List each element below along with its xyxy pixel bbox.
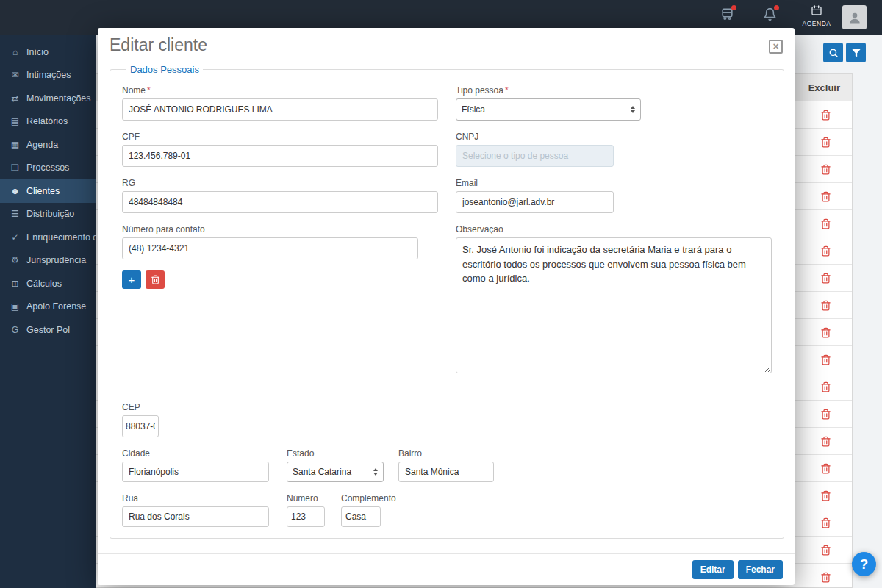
section-title: Dados Pessoais xyxy=(126,64,203,75)
cpf-label: CPF xyxy=(122,132,438,142)
calculator-icon: ⊞ xyxy=(9,279,21,289)
search-icon xyxy=(828,48,839,58)
rua-input[interactable] xyxy=(122,506,269,527)
sidebar-item-label: Relatórios xyxy=(26,116,68,126)
calendar-icon: ▦ xyxy=(9,140,21,150)
email-input[interactable] xyxy=(456,191,614,213)
sidebar-item-label: Apoio Forense xyxy=(26,301,86,312)
sidebar-item-intimacoes[interactable]: ✉Intimações xyxy=(0,64,96,87)
bairro-input[interactable] xyxy=(398,462,494,482)
bell-icon[interactable] xyxy=(763,7,777,21)
agenda-shortcut[interactable]: AGENDA xyxy=(800,4,833,27)
trash-icon[interactable] xyxy=(820,300,831,311)
trash-icon[interactable] xyxy=(820,327,831,338)
edit-button[interactable]: Editar xyxy=(692,560,734,579)
sidebar-item-inicio[interactable]: ⌂Início xyxy=(0,40,96,64)
nome-label: Nome* xyxy=(122,85,438,96)
tipo-pessoa-value: Física xyxy=(462,104,485,115)
filter-icon xyxy=(851,48,861,58)
add-phone-button[interactable]: + xyxy=(122,270,141,289)
sidebar-item-label: Intimações xyxy=(26,70,71,80)
trash-icon[interactable] xyxy=(820,354,831,365)
help-button[interactable]: ? xyxy=(852,552,876,576)
close-icon[interactable]: × xyxy=(769,40,783,54)
personal-data-fieldset: Dados Pessoais Nome* CPF RG xyxy=(110,64,784,539)
right-column: Tipo pessoa* Física CNPJ Email xyxy=(456,85,772,387)
sidebar-item-calculos[interactable]: ⊞Cálculos xyxy=(0,272,96,295)
close-button[interactable]: Fechar xyxy=(738,560,783,579)
trash-icon[interactable] xyxy=(820,381,831,392)
sidebar-item-label: Agenda xyxy=(26,140,58,150)
trash-icon[interactable] xyxy=(820,245,831,257)
sidebar-item-label: Distribuição xyxy=(26,209,74,219)
sidebar-item-apoio-forense[interactable]: ▣Apoio Forense xyxy=(0,295,96,319)
clients-icon: ☻ xyxy=(9,186,21,196)
user-avatar[interactable] xyxy=(842,5,867,29)
sidebar-item-clientes[interactable]: ☻Clientes xyxy=(0,179,96,203)
sidebar-item-label: Gestor Pol xyxy=(26,325,70,335)
sidebar-item-gestor-pol[interactable]: GGestor Pol xyxy=(0,318,96,342)
complemento-label: Complemento xyxy=(341,493,381,503)
trash-icon[interactable] xyxy=(820,137,831,148)
contato-label: Número para contato xyxy=(122,224,438,234)
trash-icon[interactable] xyxy=(820,517,831,528)
numero-input[interactable] xyxy=(287,506,325,527)
trash-icon[interactable] xyxy=(820,191,831,202)
tipo-pessoa-select[interactable]: Física xyxy=(456,98,641,121)
sidebar-item-jurisprudencia[interactable]: ⚙Jurisprudência xyxy=(0,249,96,273)
jurisprudence-icon: ⚙ xyxy=(9,255,21,265)
sidebar-item-processos[interactable]: ❏Processos xyxy=(0,157,96,180)
estado-select[interactable]: Santa Catarina xyxy=(287,462,384,482)
sidebar-item-label: Jurisprudência xyxy=(26,255,86,265)
trash-icon[interactable] xyxy=(820,164,831,175)
estado-label: Estado xyxy=(287,448,384,459)
vehicle-icon[interactable] xyxy=(720,7,734,21)
complemento-input[interactable] xyxy=(341,506,381,527)
trash-icon[interactable] xyxy=(820,572,831,583)
trash-icon[interactable] xyxy=(820,273,831,284)
sidebar-item-enriquecimento[interactable]: ✓Enriquecimento de xyxy=(0,226,96,249)
vehicle-badge xyxy=(731,5,736,10)
cep-input[interactable] xyxy=(122,415,159,437)
sidebar-item-agenda[interactable]: ▦Agenda xyxy=(0,133,96,157)
trash-icon[interactable] xyxy=(820,463,831,474)
cidade-input[interactable] xyxy=(122,462,269,482)
search-button[interactable] xyxy=(823,43,843,62)
sidebar-item-label: Enriquecimento de xyxy=(26,232,96,243)
modal-body: Dados Pessoais Nome* CPF RG xyxy=(98,57,795,553)
cidade-label: Cidade xyxy=(122,448,269,459)
select-arrows-icon xyxy=(373,468,378,476)
remove-phone-button[interactable] xyxy=(146,270,165,289)
sidebar-item-distribuicao[interactable]: ☰Distribuição xyxy=(0,203,96,226)
contato-input[interactable] xyxy=(122,237,418,259)
trash-icon xyxy=(151,275,160,284)
trash-icon[interactable] xyxy=(820,490,831,501)
sidebar-item-movimentacoes[interactable]: ⇄Movimentações xyxy=(0,87,96,110)
observacao-textarea[interactable]: Sr. José Antonio foi indicação da secret… xyxy=(456,237,772,373)
megaphone-icon: ✉ xyxy=(9,70,21,80)
rg-input[interactable] xyxy=(122,191,438,213)
cpf-input[interactable] xyxy=(122,145,438,167)
cep-label: CEP xyxy=(122,402,159,412)
trash-icon[interactable] xyxy=(820,436,831,447)
agenda-calendar-icon xyxy=(811,6,822,18)
agenda-label: AGENDA xyxy=(800,20,833,27)
trash-icon[interactable] xyxy=(820,545,831,556)
trash-icon[interactable] xyxy=(820,409,831,420)
sidebar-item-relatorios[interactable]: ▤Relatórios xyxy=(0,110,96,134)
toolbar xyxy=(823,43,866,62)
filter-button[interactable] xyxy=(846,43,866,62)
bairro-label: Bairro xyxy=(398,448,494,459)
tipo-pessoa-label: Tipo pessoa* xyxy=(456,85,641,96)
trash-icon[interactable] xyxy=(820,218,831,229)
sidebar-item-label: Clientes xyxy=(26,186,60,196)
bell-badge xyxy=(774,5,779,10)
sidebar-item-label: Movimentações xyxy=(26,93,91,104)
rua-label: Rua xyxy=(122,493,269,503)
cnpj-input[interactable] xyxy=(456,145,614,167)
required-asterisk: * xyxy=(147,85,151,96)
nome-input[interactable] xyxy=(122,98,438,121)
observacao-label: Observação xyxy=(456,224,772,234)
trash-icon[interactable] xyxy=(820,110,831,121)
gestor-icon: G xyxy=(9,325,21,335)
